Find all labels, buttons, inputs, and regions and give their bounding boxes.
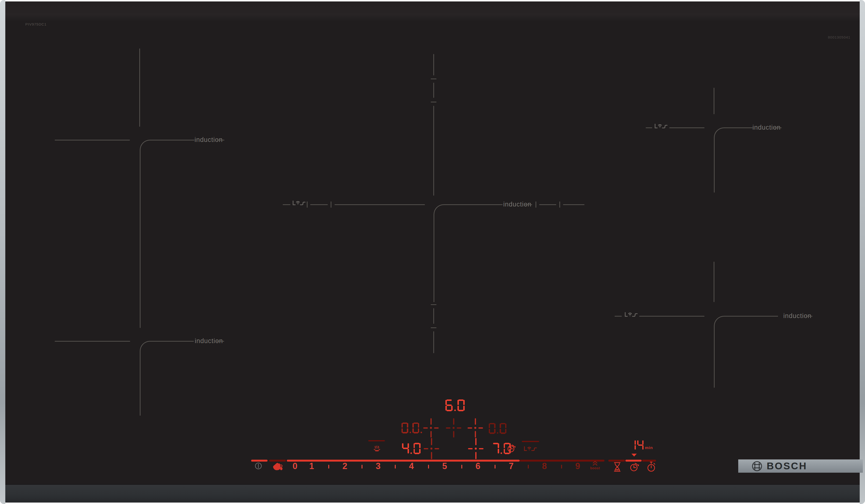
zone-line [714,262,714,302]
zone-line [714,88,714,114]
pan-detection-icon-red [523,445,538,451]
zone-line [55,140,130,140]
zone-position-cross [446,418,461,437]
left-zone-level-display [402,423,422,433]
zone-tick [535,201,536,208]
zone-line-curve [140,341,194,415]
level-key-8[interactable]: 8 [542,461,547,471]
zone-tick [431,304,437,305]
zone-line [539,204,556,205]
level-key-1[interactable]: 1 [309,461,314,471]
boost-key[interactable]: boost [590,466,600,470]
pan-detection-icon [292,200,306,206]
level-tick [361,465,362,469]
level-key-6[interactable]: 6 [475,461,480,471]
timer-display [630,440,644,450]
zone-line [55,341,130,342]
timer-line-active[interactable] [625,460,642,461]
zone-select-line [522,441,539,442]
zone-line-curve [140,140,194,328]
bottom-trim [2,484,863,503]
keep-warm-icon [373,445,381,452]
kitchen-timer-icon[interactable] [646,461,656,472]
zone-line [217,140,224,140]
level-key-5[interactable]: 5 [442,461,447,471]
power-icon[interactable] [255,462,262,470]
pan-detection-icon [624,311,638,317]
left-trim [0,0,5,504]
zone-line [310,204,328,205]
top-bevel [2,1,863,22]
zone-tick [307,201,308,208]
zone-line [774,127,782,128]
zone-line [433,331,434,353]
zone-line [563,204,585,205]
right-zone-level-display [489,423,506,434]
level-tick [461,465,462,469]
zone-line [433,308,434,324]
right-trim [860,0,865,504]
bosch-emblem-icon [752,461,762,471]
slider-line-active[interactable] [287,460,520,461]
zone-line [335,204,425,205]
zone-line-curve [714,316,778,388]
zone-tick [431,79,437,79]
zone-tick [431,102,437,102]
level-key-4[interactable]: 4 [409,461,414,471]
level-tick [328,465,329,469]
level-tick [395,465,396,469]
timer-unit: min [645,445,653,450]
cooking-time-icon [507,444,516,453]
serial-number: 8001305041 [828,35,850,39]
timer-line-left[interactable] [608,460,625,461]
short-timer-icon[interactable] [613,462,622,472]
cooking-time-icon[interactable] [630,462,639,472]
zone-line [433,54,434,75]
level-tick [528,465,529,469]
model-number: PIV975DC1 [25,22,47,26]
zone-line [433,83,434,98]
pan-detection-icon [654,123,668,129]
zone-tick [431,327,437,328]
zone-position-cross [468,438,484,459]
level-tick [495,465,496,469]
boost-chevrons-icon[interactable] [591,461,599,466]
glass-surface: PIV975DC1 8001305041 induction induction [2,1,863,503]
wipe-protection-icon[interactable] [272,462,284,472]
level-key-7[interactable]: 7 [509,461,514,471]
front-left-level-display [402,443,420,454]
zone-position-cross [468,418,483,437]
zone-tick [560,201,560,208]
zone-line [639,316,704,317]
zone-line [524,204,532,205]
level-key-0[interactable]: 0 [292,461,297,471]
triangle-down-icon [632,454,637,457]
bosch-wordmark: BOSCH [767,460,807,472]
bosch-induction-hob: PIV975DC1 8001305041 induction induction [0,0,865,504]
zone-tick [331,201,331,208]
level-tick [428,465,429,469]
zone-line [283,204,290,205]
zone-line [217,341,224,342]
bosch-badge: BOSCH [738,459,863,473]
level-key-3[interactable]: 3 [376,461,381,471]
zone-select-line [368,440,385,441]
zone-line [669,127,704,128]
zone-position-cross [424,438,439,459]
level-key-9[interactable]: 9 [575,461,580,471]
slider-line-power[interactable] [251,460,267,461]
level-tick [561,465,562,469]
zone-line [139,48,140,127]
zone-line-curve [714,127,752,192]
main-level-display [446,399,465,411]
zone-line [433,106,434,196]
zone-line [806,316,812,317]
zone-line [614,316,622,317]
slider-line-lock[interactable] [269,460,286,461]
zone-line-curve [434,204,503,302]
zone-line [646,127,652,128]
level-key-2[interactable]: 2 [343,461,347,471]
zone-position-cross [423,418,439,437]
